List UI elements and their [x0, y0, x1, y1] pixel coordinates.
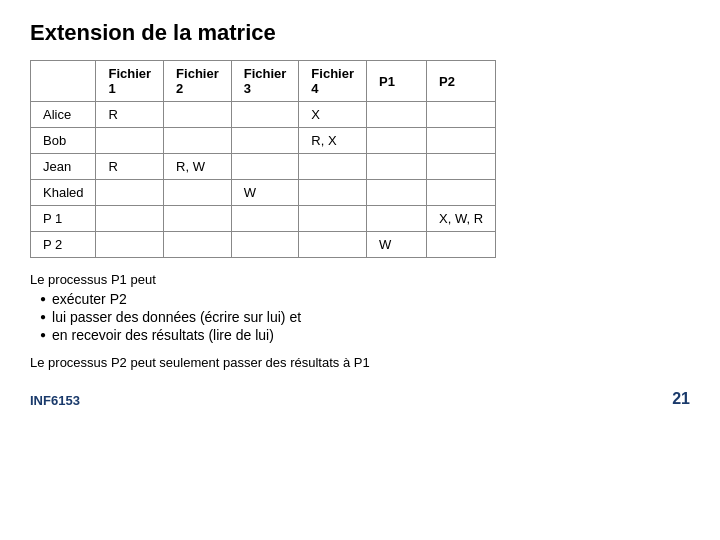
row-label: Khaled [31, 180, 96, 206]
cell [231, 128, 299, 154]
cell [231, 206, 299, 232]
cell [426, 180, 495, 206]
cell [299, 154, 367, 180]
header-f4: Fichier4 [299, 61, 367, 102]
table-row: AliceRX [31, 102, 496, 128]
cell [96, 180, 164, 206]
cell [426, 232, 495, 258]
table-row: BobR, X [31, 128, 496, 154]
cell [366, 206, 426, 232]
matrix-table: Fichier1 Fichier2 Fichier3 Fichier4 P1 P… [30, 60, 496, 258]
cell [231, 232, 299, 258]
table-row: KhaledW [31, 180, 496, 206]
cell: X [299, 102, 367, 128]
p1-note: Le processus P1 peut [30, 272, 690, 287]
cell: R, W [164, 154, 232, 180]
cell: R [96, 102, 164, 128]
header-p1: P1 [366, 61, 426, 102]
cell [366, 128, 426, 154]
list-item: en recevoir des résultats (lire de lui) [40, 327, 690, 343]
cell [96, 206, 164, 232]
cell [164, 180, 232, 206]
footer-label: INF6153 [30, 393, 80, 408]
table-row: P 1X, W, R [31, 206, 496, 232]
cell [426, 128, 495, 154]
cell [164, 128, 232, 154]
cell [231, 102, 299, 128]
table-header-row: Fichier1 Fichier2 Fichier3 Fichier4 P1 P… [31, 61, 496, 102]
header-p2: P2 [426, 61, 495, 102]
p2-note: Le processus P2 peut seulement passer de… [30, 355, 690, 370]
page-title: Extension de la matrice [30, 20, 690, 46]
header-f1: Fichier1 [96, 61, 164, 102]
cell: R, X [299, 128, 367, 154]
list-item: exécuter P2 [40, 291, 690, 307]
row-label: Alice [31, 102, 96, 128]
bullet-list: exécuter P2lui passer des données (écrir… [30, 291, 690, 343]
list-item: lui passer des données (écrire sur lui) … [40, 309, 690, 325]
cell [366, 180, 426, 206]
row-label: Jean [31, 154, 96, 180]
cell [299, 180, 367, 206]
header-empty [31, 61, 96, 102]
cell: R [96, 154, 164, 180]
page-number: 21 [672, 390, 690, 408]
cell [366, 154, 426, 180]
cell [299, 206, 367, 232]
row-label: P 1 [31, 206, 96, 232]
row-label: Bob [31, 128, 96, 154]
cell [164, 232, 232, 258]
cell [299, 232, 367, 258]
footer: INF6153 21 [30, 390, 690, 408]
cell: W [231, 180, 299, 206]
cell [231, 154, 299, 180]
cell [96, 128, 164, 154]
cell: X, W, R [426, 206, 495, 232]
table-row: JeanRR, W [31, 154, 496, 180]
cell [426, 102, 495, 128]
header-f2: Fichier2 [164, 61, 232, 102]
cell [164, 102, 232, 128]
cell [366, 102, 426, 128]
cell [426, 154, 495, 180]
cell: W [366, 232, 426, 258]
header-f3: Fichier3 [231, 61, 299, 102]
row-label: P 2 [31, 232, 96, 258]
cell [164, 206, 232, 232]
cell [96, 232, 164, 258]
table-row: P 2W [31, 232, 496, 258]
